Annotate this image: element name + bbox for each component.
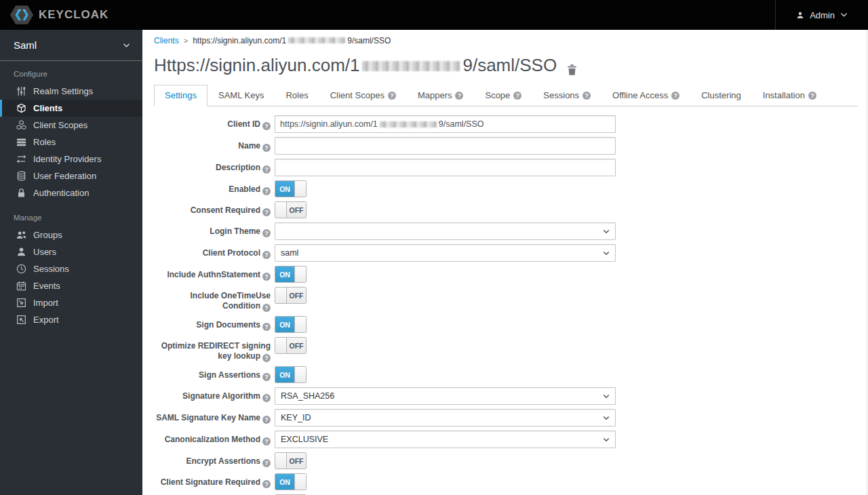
- chevron-down-icon: [603, 416, 610, 420]
- form-row: Description: [154, 159, 858, 176]
- tab-sessions[interactable]: Sessions: [532, 85, 601, 106]
- sidebar-item-clients[interactable]: Clients: [0, 100, 142, 117]
- sidebar-item-realm-settings[interactable]: Realm Settings: [0, 83, 142, 100]
- database-icon: [16, 171, 26, 181]
- include-authnstatement-toggle[interactable]: ON: [275, 266, 307, 283]
- help-icon[interactable]: [262, 323, 271, 331]
- help-icon[interactable]: [262, 251, 271, 259]
- sign-documents-toggle[interactable]: ON: [275, 316, 307, 333]
- canonicalization-method-select[interactable]: EXCLUSIVE: [275, 431, 616, 448]
- help-icon[interactable]: [262, 416, 271, 424]
- keycloak-logo[interactable]: KEYCLOAK: [0, 5, 108, 25]
- help-icon[interactable]: [262, 354, 271, 362]
- sidebar-item-export[interactable]: Export: [0, 311, 142, 328]
- client-signature-required-toggle[interactable]: ON: [275, 473, 307, 490]
- settings-form: Client ID https://signin.aliyun.com/19/s…: [154, 115, 858, 495]
- delete-client-button[interactable]: [566, 60, 578, 72]
- field-label: Signature Algorithm: [182, 391, 260, 401]
- saml-signature-key-name-select[interactable]: KEY_ID: [275, 409, 616, 427]
- tab-offline-access[interactable]: Offline Access: [601, 85, 690, 106]
- help-icon[interactable]: [513, 92, 521, 100]
- sidebar-item-users[interactable]: Users: [0, 243, 142, 260]
- sidebar-item-import[interactable]: Import: [0, 294, 142, 311]
- sidebar-item-events[interactable]: Events: [0, 277, 142, 294]
- sidebar-item-sessions[interactable]: Sessions: [0, 260, 142, 277]
- help-icon[interactable]: [455, 92, 463, 100]
- sidebar-item-authentication[interactable]: Authentication: [0, 184, 142, 201]
- help-icon[interactable]: [262, 273, 271, 281]
- login-theme-select[interactable]: [275, 222, 616, 240]
- tab-saml-keys[interactable]: SAML Keys: [208, 85, 275, 106]
- form-row: Include OneTimeUse Condition OFF: [154, 287, 858, 312]
- help-icon[interactable]: [671, 92, 679, 100]
- help-icon[interactable]: [583, 92, 591, 100]
- field-label: Login Theme: [210, 226, 260, 236]
- keycloak-logo-icon: [9, 5, 34, 25]
- main-content: Clients > https://signin.aliyun.com/19/s…: [142, 30, 868, 495]
- form-row: Consent Required OFF: [154, 201, 858, 218]
- clock-icon: [16, 264, 26, 274]
- sidebar-item-roles[interactable]: Roles: [0, 134, 142, 151]
- tab-installation[interactable]: Installation: [752, 85, 827, 106]
- sign-assertions-toggle[interactable]: ON: [275, 366, 307, 383]
- optimize-redirect-signing-toggle[interactable]: OFF: [275, 337, 307, 354]
- select-value: EXCLUSIVE: [281, 435, 328, 444]
- encrypt-assertions-toggle[interactable]: OFF: [275, 452, 307, 469]
- signature-algorithm-select[interactable]: RSA_SHA256: [275, 387, 616, 405]
- logo-text: KEYCLOAK: [39, 8, 108, 22]
- help-icon[interactable]: [262, 480, 271, 488]
- form-row: Sign Assertions ON: [154, 366, 858, 383]
- lock-icon: [16, 188, 26, 198]
- description-input[interactable]: [275, 159, 616, 176]
- tab-settings[interactable]: Settings: [154, 85, 208, 106]
- chevron-down-icon: [123, 43, 130, 48]
- admin-menu[interactable]: Admin: [775, 0, 868, 30]
- help-icon[interactable]: [262, 144, 271, 152]
- toggle-handle: [294, 367, 306, 382]
- users-icon: [16, 230, 26, 240]
- help-icon[interactable]: [262, 165, 271, 174]
- field-label: Sign Assertions: [199, 370, 260, 380]
- help-icon[interactable]: [262, 187, 271, 195]
- realm-selector[interactable]: Saml: [0, 30, 142, 61]
- form-row: Signature Algorithm RSA_SHA256: [154, 387, 858, 405]
- help-icon[interactable]: [262, 304, 271, 312]
- tab-client-scopes[interactable]: Client Scopes: [319, 85, 407, 106]
- sidebar-item-groups[interactable]: Groups: [0, 226, 142, 243]
- help-icon[interactable]: [262, 229, 271, 237]
- include-onetimeuse-toggle[interactable]: OFF: [275, 287, 307, 304]
- name-input[interactable]: [275, 137, 616, 155]
- help-icon[interactable]: [808, 92, 816, 100]
- sidebar-item-user-federation[interactable]: User Federation: [0, 167, 142, 184]
- tab-roles[interactable]: Roles: [275, 85, 319, 106]
- help-icon[interactable]: [262, 437, 271, 446]
- form-row: Include AuthnStatement ON: [154, 266, 858, 283]
- client-id-input[interactable]: https://signin.aliyun.com/19/saml/SSO: [275, 115, 616, 133]
- client-protocol-select[interactable]: saml: [275, 244, 616, 262]
- sidebar: Saml Configure Realm Settings Clients Cl…: [0, 30, 142, 495]
- sidebar-item-client-scopes[interactable]: Client Scopes: [0, 117, 142, 134]
- tab-scope[interactable]: Scope: [474, 85, 532, 106]
- help-icon[interactable]: [262, 122, 271, 130]
- consent-required-toggle[interactable]: OFF: [275, 201, 307, 218]
- help-icon[interactable]: [262, 394, 271, 402]
- user-icon: [16, 247, 26, 257]
- page-title: Https://signin.aliyun.com/19/saml/SSO: [154, 55, 858, 76]
- tab-mappers[interactable]: Mappers: [407, 85, 475, 106]
- breadcrumb-clients-link[interactable]: Clients: [154, 36, 179, 45]
- list-icon: [16, 137, 26, 147]
- help-icon[interactable]: [262, 373, 271, 381]
- help-icon[interactable]: [262, 208, 271, 216]
- field-label: Include OneTimeUse Condition: [191, 291, 271, 311]
- help-icon[interactable]: [388, 92, 396, 100]
- chevron-down-icon: [603, 251, 610, 256]
- form-row: Client Signature Required ON: [154, 473, 858, 490]
- tab-clustering[interactable]: Clustering: [690, 85, 752, 106]
- chevron-down-icon: [840, 12, 848, 18]
- help-icon[interactable]: [262, 459, 271, 467]
- field-label: Name: [238, 141, 260, 151]
- export-icon: [16, 315, 26, 325]
- redacted-segment: [380, 121, 437, 127]
- enabled-toggle[interactable]: ON: [275, 180, 307, 197]
- sidebar-item-identity-providers[interactable]: Identity Providers: [0, 151, 142, 167]
